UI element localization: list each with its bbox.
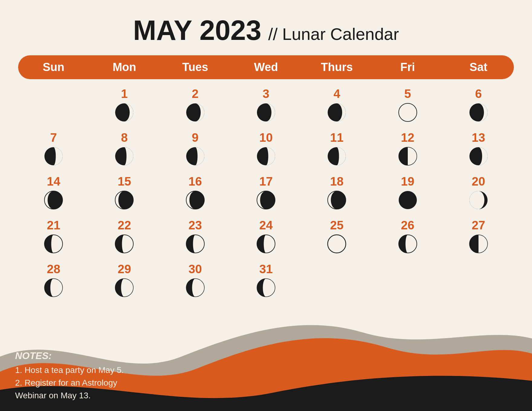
moon-waning-gibbous — [256, 102, 276, 123]
day-mon: Mon — [89, 61, 160, 74]
moon-crescent-left — [185, 190, 206, 210]
moon-waning-crescent — [114, 146, 135, 167]
moon-waning-gibbous — [468, 102, 489, 123]
page-container: MAY 2023 // Lunar Calendar Sun Mon Tues … — [0, 0, 532, 411]
date-number: 21 — [47, 219, 60, 231]
date-number: 25 — [330, 219, 344, 231]
calendar-cell: 6 — [443, 82, 514, 126]
date-number: 1 — [121, 88, 128, 100]
date-number: 6 — [475, 88, 482, 100]
calendar-cell: 22 — [89, 214, 160, 257]
calendar-cell — [18, 82, 89, 126]
moon-waxing-gibbous — [185, 277, 206, 298]
day-sat: Sat — [443, 61, 514, 74]
notes-section: NOTES: 1. Host a tea party on May 5. 2. … — [15, 350, 124, 402]
calendar-cell: 3 — [231, 82, 301, 126]
calendar-cell: 20 — [443, 170, 514, 214]
date-number: 17 — [259, 175, 273, 187]
date-number: 16 — [188, 175, 202, 187]
moon-crescent-left — [326, 190, 347, 210]
calendar-cell: 2 — [160, 82, 231, 126]
moon-crescent-left — [43, 190, 64, 210]
calendar-cell: 23 — [160, 214, 231, 257]
calendar-cell: 9 — [160, 126, 231, 170]
moon-waning-crescent — [43, 146, 64, 167]
date-number: 7 — [50, 131, 57, 144]
notes-item-1: 1. Host a tea party on May 5. — [15, 364, 124, 377]
date-number: 3 — [263, 88, 269, 100]
svg-point-24 — [328, 235, 346, 253]
date-number: 11 — [330, 131, 344, 144]
calendar-grid: 1234567891011121314151617181920212223242… — [18, 82, 514, 301]
calendar-cell: 15 — [89, 170, 160, 214]
calendar-cell: 17 — [231, 170, 301, 214]
notes-item-3: Webinar on May 13. — [15, 389, 124, 402]
calendar-wrapper: Sun Mon Tues Wed Thurs Fri Sat 123456789… — [0, 55, 532, 301]
calendar-cell: 8 — [89, 126, 160, 170]
notes-title: NOTES: — [15, 350, 124, 361]
date-number: 29 — [118, 263, 131, 275]
page-subtitle: // Lunar Calendar — [268, 24, 399, 44]
date-number: 12 — [401, 131, 414, 144]
date-number: 10 — [259, 131, 273, 144]
calendar-cell: 11 — [301, 126, 372, 170]
moon-waxing-gibbous — [114, 277, 135, 298]
page-title: MAY 2023 — [133, 15, 261, 46]
date-number: 18 — [330, 175, 344, 187]
date-number: 2 — [192, 88, 199, 100]
calendar-cell: 1 — [89, 82, 160, 126]
day-headers: Sun Mon Tues Wed Thurs Fri Sat — [18, 55, 514, 79]
calendar-cell: 30 — [160, 257, 231, 301]
date-number: 31 — [259, 263, 273, 275]
date-number: 13 — [472, 131, 485, 144]
moon-waning-crescent — [326, 146, 347, 167]
date-number: 30 — [188, 263, 202, 275]
date-number: 4 — [333, 88, 340, 100]
date-number: 28 — [47, 263, 60, 275]
date-number: 24 — [259, 219, 273, 231]
calendar-cell: 28 — [18, 257, 89, 301]
moon-waning-crescent — [256, 146, 276, 167]
moon-third-quarter — [397, 146, 418, 167]
date-number: 26 — [401, 219, 414, 231]
calendar-cell: 7 — [18, 126, 89, 170]
day-wed: Wed — [231, 61, 301, 74]
calendar-cell: 4 — [301, 82, 372, 126]
day-fri: Fri — [372, 61, 443, 74]
calendar-cell — [301, 257, 372, 301]
day-tues: Tues — [160, 61, 231, 74]
date-number: 5 — [404, 88, 411, 100]
moon-waxing-crescent — [43, 234, 64, 254]
moon-waxing-gibbous — [256, 277, 276, 298]
calendar-cell: 31 — [231, 257, 301, 301]
notes-item-2: 2. Register for an Astrology — [15, 377, 124, 389]
moon-first-quarter — [468, 234, 489, 254]
calendar-cell: 21 — [18, 214, 89, 257]
svg-point-4 — [399, 103, 417, 121]
calendar-cell: 13 — [443, 126, 514, 170]
calendar-cell — [443, 257, 514, 301]
calendar-cell: 27 — [443, 214, 514, 257]
date-number: 23 — [188, 219, 202, 231]
date-number: 20 — [472, 175, 485, 187]
moon-crescent-left — [114, 190, 135, 210]
moon-crescent-left — [256, 190, 276, 210]
moon-third-quarter-light — [397, 102, 418, 123]
calendar-cell: 24 — [231, 214, 301, 257]
calendar-cell: 10 — [231, 126, 301, 170]
date-number: 8 — [121, 131, 128, 144]
date-number: 27 — [472, 219, 485, 231]
moon-waning-gibbous — [185, 102, 206, 123]
moon-waning-crescent — [185, 146, 206, 167]
calendar-cell: 12 — [372, 126, 443, 170]
day-thurs: Thurs — [301, 61, 372, 74]
moon-waxing-crescent — [397, 234, 418, 254]
calendar-cell — [372, 257, 443, 301]
calendar-cell: 29 — [89, 257, 160, 301]
calendar-cell: 26 — [372, 214, 443, 257]
calendar-cell: 14 — [18, 170, 89, 214]
date-number: 22 — [118, 219, 131, 231]
day-sun: Sun — [18, 61, 89, 74]
moon-waxing-crescent-light — [326, 234, 347, 254]
moon-waning-gibbous — [114, 102, 135, 123]
